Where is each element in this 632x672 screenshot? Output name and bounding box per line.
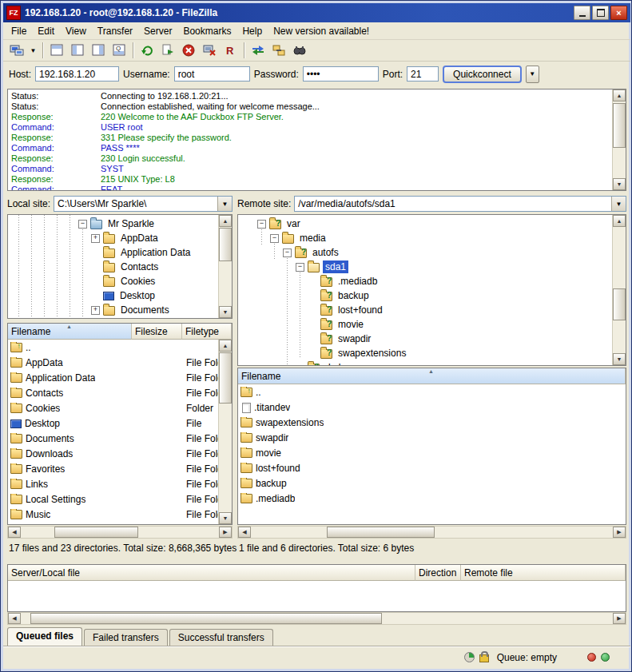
synchronized-browsing-icon[interactable] xyxy=(268,41,289,60)
tree-item[interactable]: autofs xyxy=(238,245,626,260)
scroll-right-icon[interactable]: ▶ xyxy=(219,527,232,538)
site-manager-dropdown-icon[interactable]: ▼ xyxy=(27,41,39,60)
tree-item[interactable]: Documents xyxy=(8,303,232,317)
file-row[interactable]: Downloads File Folder xyxy=(8,446,232,461)
cancel-icon[interactable] xyxy=(178,41,199,60)
file-row[interactable]: .titandev xyxy=(238,400,626,415)
toggle-remote-tree-icon[interactable] xyxy=(88,41,109,60)
scroll-up-icon[interactable]: ▲ xyxy=(613,89,626,101)
site-manager-icon[interactable] xyxy=(6,41,27,60)
queue-body[interactable] xyxy=(8,581,626,612)
scroll-left-icon[interactable]: ◀ xyxy=(8,613,21,624)
tree-item[interactable]: .mediadb xyxy=(238,274,626,288)
scroll-down-icon[interactable]: ▼ xyxy=(219,512,232,524)
tree-item[interactable]: dvd xyxy=(238,360,626,366)
scroll-thumb[interactable] xyxy=(54,527,138,538)
scroll-right-icon[interactable]: ▶ xyxy=(613,527,626,538)
tree-expander-icon[interactable] xyxy=(91,234,100,243)
host-input[interactable] xyxy=(35,66,119,82)
scroll-thumb[interactable] xyxy=(613,288,626,320)
log-scrollbar[interactable]: ▲ ▼ xyxy=(612,89,626,190)
tree-item[interactable]: backup xyxy=(238,288,626,303)
file-row[interactable]: Contacts File Folder xyxy=(8,385,232,400)
scroll-left-icon[interactable]: ◀ xyxy=(8,527,21,538)
file-row[interactable]: Documents File Folder xyxy=(8,431,232,446)
file-row[interactable]: Cookies Folder xyxy=(8,400,232,416)
tree-expander-icon[interactable] xyxy=(91,306,100,315)
local-tree-scrollbar[interactable]: ▲ ▼ xyxy=(218,215,232,318)
file-row[interactable]: Desktop File xyxy=(8,416,232,431)
process-queue-icon[interactable] xyxy=(157,41,178,60)
toggle-queue-view-icon[interactable]: Q xyxy=(109,41,129,60)
tree-item[interactable]: movie xyxy=(238,317,626,332)
file-row[interactable]: .. xyxy=(8,340,232,355)
tree-item[interactable]: AppData xyxy=(8,231,232,245)
tree-expander-icon[interactable] xyxy=(257,220,266,229)
menu-item[interactable]: File xyxy=(6,23,32,39)
column-header-filetype[interactable]: Filetype xyxy=(182,324,232,340)
toggle-local-tree-icon[interactable] xyxy=(67,41,88,60)
scroll-down-icon[interactable]: ▼ xyxy=(613,353,626,365)
tree-expander-icon[interactable] xyxy=(296,263,304,272)
scroll-up-icon[interactable]: ▲ xyxy=(219,340,232,352)
scroll-down-icon[interactable]: ▼ xyxy=(613,178,626,190)
tree-expander-icon[interactable] xyxy=(283,249,292,257)
tree-item[interactable]: Mr Sparkle xyxy=(8,217,232,231)
queue-horizontal-scrollbar[interactable]: ◀ ▶ xyxy=(7,612,626,625)
tree-item[interactable]: swapextensions xyxy=(238,346,626,360)
column-header-server-local-file[interactable]: Server/Local file xyxy=(8,565,415,581)
file-row[interactable]: Music File Folder xyxy=(8,507,232,522)
column-header-filename[interactable]: Filename xyxy=(238,368,626,384)
scroll-thumb[interactable] xyxy=(613,103,626,148)
tree-item[interactable]: lost+found xyxy=(238,303,626,317)
file-row[interactable]: Favorites File Folder xyxy=(8,461,232,476)
quickconnect-dropdown-icon[interactable]: ▼ xyxy=(526,66,539,83)
scroll-down-icon[interactable]: ▼ xyxy=(219,306,232,318)
queue-tab[interactable]: Failed transfers xyxy=(84,629,168,646)
scroll-thumb[interactable] xyxy=(327,527,435,538)
port-input[interactable] xyxy=(407,66,439,82)
menu-item[interactable]: Transfer xyxy=(92,23,138,39)
menu-item[interactable]: View xyxy=(60,23,92,39)
queue-tab[interactable]: Queued files xyxy=(7,627,82,646)
encryption-lock-icon[interactable] xyxy=(479,654,489,662)
chevron-down-icon[interactable]: ▼ xyxy=(217,197,232,211)
file-row[interactable]: Links File Folder xyxy=(8,476,232,491)
tree-expander-icon[interactable] xyxy=(78,220,87,229)
tree-item[interactable]: swapdir xyxy=(238,332,626,346)
file-row[interactable]: AppData File Folder xyxy=(8,355,232,370)
scroll-right-icon[interactable]: ▶ xyxy=(613,613,626,624)
tree-item[interactable]: Contacts xyxy=(8,260,232,274)
file-row[interactable]: swapextensions xyxy=(238,415,626,430)
disconnect-icon[interactable] xyxy=(199,41,220,60)
tree-item[interactable]: Application Data xyxy=(8,245,232,260)
username-input[interactable] xyxy=(174,66,250,82)
column-header-filesize[interactable]: Filesize xyxy=(132,324,182,340)
remote-tree-scrollbar[interactable]: ▲ ▼ xyxy=(612,215,626,365)
scroll-up-icon[interactable]: ▲ xyxy=(219,215,232,227)
directory-comparison-icon[interactable] xyxy=(248,41,268,60)
local-horizontal-scrollbar[interactable]: ◀ ▶ xyxy=(7,526,233,539)
file-row[interactable]: backup xyxy=(238,475,626,491)
column-header-remote-file[interactable]: Remote file xyxy=(461,565,626,581)
file-row[interactable]: .mediadb xyxy=(238,491,626,506)
file-row[interactable]: Local Settings File Folder xyxy=(8,491,232,507)
tree-item[interactable]: Cookies xyxy=(8,274,232,288)
menu-item[interactable]: Bookmarks xyxy=(177,23,237,39)
password-input[interactable] xyxy=(303,66,379,82)
reconnect-icon[interactable]: R xyxy=(220,41,240,60)
scroll-thumb[interactable] xyxy=(219,228,232,261)
menu-item[interactable]: Edit xyxy=(32,23,60,39)
file-row[interactable]: swapdir xyxy=(238,430,626,445)
close-button[interactable]: × xyxy=(610,6,627,20)
scroll-left-icon[interactable]: ◀ xyxy=(238,527,251,538)
local-list-scrollbar[interactable]: ▲ ▼ xyxy=(218,340,232,524)
quickconnect-button[interactable]: Quickconnect xyxy=(443,66,522,83)
maximize-button[interactable] xyxy=(592,6,609,20)
queue-tab[interactable]: Successful transfers xyxy=(169,629,273,646)
tree-item[interactable]: media xyxy=(238,231,626,245)
tree-item[interactable]: Downloads xyxy=(8,317,232,319)
file-row[interactable]: movie xyxy=(238,445,626,460)
menu-item[interactable]: New version available! xyxy=(268,23,375,39)
refresh-icon[interactable] xyxy=(137,41,157,60)
